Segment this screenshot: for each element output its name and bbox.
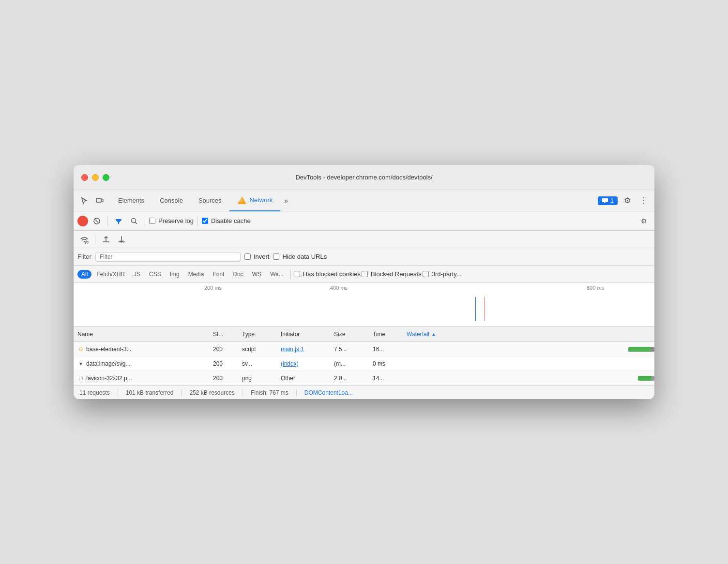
divider2: [145, 216, 145, 226]
filter-icon[interactable]: [112, 214, 125, 228]
tab-network[interactable]: Network: [229, 190, 281, 211]
status-divider4: [296, 389, 297, 396]
device-toggle-icon[interactable]: [93, 194, 106, 208]
svg-point-6: [84, 241, 85, 242]
svg-rect-0: [96, 198, 101, 202]
tab-bar-right: 1 ⚙ ⋮: [598, 194, 651, 208]
wifi-settings-icon[interactable]: [77, 233, 91, 246]
td-status-1: 200: [209, 346, 238, 353]
td-size-1: 7.5...: [330, 346, 369, 353]
toolbar-row2: [74, 231, 654, 248]
tab-console[interactable]: Console: [152, 190, 191, 211]
type-btn-img[interactable]: Img: [166, 270, 183, 279]
tab-bar: Elements Console Sources Network »: [74, 190, 654, 211]
record-button[interactable]: [77, 216, 88, 226]
upload-icon[interactable]: [99, 233, 113, 246]
invert-checkbox[interactable]: Invert: [244, 253, 270, 260]
type-btn-xhr[interactable]: Fetch/XHR: [92, 270, 129, 279]
png-file-icon: □: [77, 375, 84, 382]
status-divider3: [243, 389, 243, 396]
status-bar: 11 requests 101 kB transferred 252 kB re…: [74, 386, 654, 399]
th-initiator[interactable]: Initiator: [277, 331, 330, 338]
type-btn-all[interactable]: All: [77, 270, 91, 279]
type-btn-ws[interactable]: WS: [248, 270, 265, 279]
td-waterfall-2: [403, 356, 654, 371]
dom-content-loaded[interactable]: DOMContentLoa...: [304, 389, 353, 396]
resources-size: 252 kB resources: [189, 389, 234, 396]
th-type[interactable]: Type: [238, 331, 277, 338]
tab-more[interactable]: »: [280, 190, 292, 211]
tab-sources[interactable]: Sources: [191, 190, 229, 211]
td-type-1: script: [238, 346, 277, 353]
timeline-mark-200: 200 ms: [204, 285, 222, 291]
status-divider2: [181, 389, 182, 396]
requests-count: 11 requests: [79, 389, 110, 396]
download-icon[interactable]: [115, 233, 128, 246]
stop-icon[interactable]: [90, 214, 104, 228]
timeline: 200 ms 400 ms 800 ms: [74, 283, 654, 327]
table-row[interactable]: □ favicon-32x32.p... 200 png Other 2.0..…: [74, 371, 654, 386]
table-header: Name St... Type Initiator Size Time Wate…: [74, 327, 654, 342]
timeline-mark-400: 400 ms: [330, 285, 348, 291]
dom-content-loaded-line: [475, 297, 476, 321]
td-waterfall-3: [403, 371, 654, 386]
toolbar-row1: Preserve log Disable cache ⚙: [74, 211, 654, 231]
tab-elements[interactable]: Elements: [110, 190, 152, 211]
svg-point-4: [132, 218, 136, 223]
th-time[interactable]: Time: [369, 331, 403, 338]
settings-icon[interactable]: ⚙: [621, 194, 634, 208]
close-button[interactable]: [81, 174, 88, 181]
more-options-icon[interactable]: ⋮: [637, 194, 651, 208]
maximize-button[interactable]: [103, 174, 109, 181]
devtools-panel: Elements Console Sources Network »: [74, 190, 654, 399]
td-size-2: (m...: [330, 360, 369, 367]
th-name[interactable]: Name: [74, 331, 209, 338]
third-party-checkbox[interactable]: 3rd-party...: [423, 270, 462, 278]
svg-file-icon: ▾: [77, 360, 84, 367]
network-settings-icon[interactable]: ⚙: [637, 214, 651, 228]
table-row[interactable]: ▾ data:image/svg... 200 sv... (index) (m…: [74, 356, 654, 371]
divider4: [95, 235, 95, 244]
search-icon[interactable]: [127, 214, 141, 228]
type-btn-wa[interactable]: Wa...: [266, 270, 288, 279]
divider1: [107, 216, 108, 226]
disable-cache-checkbox[interactable]: Disable cache: [202, 217, 251, 224]
js-file-icon: ⊙: [77, 346, 84, 353]
type-btn-js[interactable]: JS: [130, 270, 144, 279]
type-btn-font[interactable]: Font: [209, 270, 228, 279]
td-initiator-1[interactable]: main.js:1: [277, 346, 330, 353]
th-status[interactable]: St...: [209, 331, 238, 338]
blocked-requests-checkbox[interactable]: Blocked Requests: [362, 270, 422, 278]
svg-line-5: [136, 222, 137, 224]
warning-icon: [237, 195, 247, 205]
filter-input[interactable]: [95, 252, 241, 262]
filter-bar: Filter Invert Hide data URLs: [74, 248, 654, 266]
minimize-button[interactable]: [92, 174, 99, 181]
th-waterfall[interactable]: Waterfall ▲: [403, 331, 654, 338]
td-status-2: 200: [209, 360, 238, 367]
table-row[interactable]: ⊙ base-element-3... 200 script main.js:1…: [74, 342, 654, 356]
td-waterfall-1: [403, 342, 654, 356]
td-size-3: 2.0...: [330, 375, 369, 382]
divider3: [197, 216, 198, 226]
th-size[interactable]: Size: [330, 331, 369, 338]
td-time-2: 0 ms: [369, 360, 403, 367]
type-btn-css[interactable]: CSS: [145, 270, 165, 279]
blocked-cookies-checkbox[interactable]: Has blocked cookies: [294, 270, 361, 278]
cursor-icon[interactable]: [77, 194, 91, 208]
preserve-log-checkbox[interactable]: Preserve log: [149, 217, 194, 224]
hide-data-urls-checkbox[interactable]: Hide data URLs: [273, 253, 327, 260]
td-name-2: ▾ data:image/svg...: [74, 360, 209, 367]
timeline-mark-800: 800 ms: [587, 285, 604, 291]
td-initiator-2[interactable]: (index): [277, 360, 330, 367]
td-type-2: sv...: [238, 360, 277, 367]
td-name-1: ⊙ base-element-3...: [74, 346, 209, 353]
type-btn-doc[interactable]: Doc: [229, 270, 247, 279]
type-filter-bar: All Fetch/XHR JS CSS Img Media Font Doc …: [74, 266, 654, 283]
titlebar: DevTools - developer.chrome.com/docs/dev…: [74, 165, 654, 190]
type-btn-media[interactable]: Media: [184, 270, 208, 279]
type-divider: [290, 269, 291, 279]
load-line: [485, 297, 485, 321]
chat-badge[interactable]: 1: [598, 196, 618, 205]
network-table: Name St... Type Initiator Size Time Wate…: [74, 327, 654, 386]
